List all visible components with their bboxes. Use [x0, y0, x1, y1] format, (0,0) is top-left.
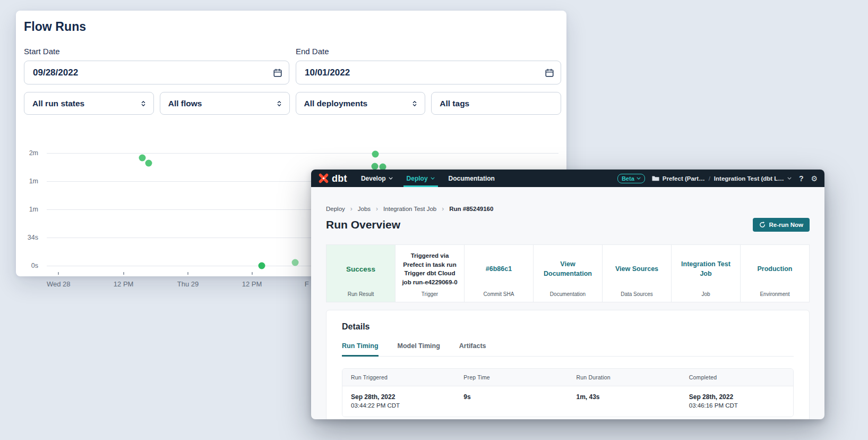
table-cell-run-duration: 1m, 43s — [568, 386, 681, 417]
status-card-caption: Documentation — [534, 291, 602, 297]
chevron-down-icon — [389, 177, 393, 180]
breadcrumb-item-run-85249160: Run #85249160 — [449, 206, 493, 212]
status-card-value[interactable]: Integration Test Job — [677, 259, 735, 278]
flow-run-point[interactable] — [371, 163, 378, 170]
breadcrumb-item-jobs[interactable]: Jobs — [358, 206, 371, 212]
filter-select-all-deployments[interactable]: All deployments — [296, 92, 426, 115]
dbt-top-navbar: dbt DevelopDeployDocumentation Beta Pref… — [311, 170, 824, 187]
flow-run-point[interactable] — [372, 150, 379, 157]
y-axis-label: 1m — [29, 206, 38, 213]
status-card-data-sources[interactable]: View SourcesData Sources — [602, 245, 671, 302]
table-cell-main: Sep 28th, 2022 — [351, 393, 446, 401]
status-card-commit-sha[interactable]: #6b86c1Commit SHA — [464, 245, 533, 302]
table-cell-sub: 03:44:22 PM CDT — [351, 402, 446, 409]
filter-select-all-flows[interactable]: All flows — [160, 92, 290, 115]
x-axis-label: Thu 29 — [177, 280, 199, 288]
y-axis-label: 2m — [29, 149, 38, 157]
chevron-right-icon: › — [350, 205, 353, 213]
tab-artifacts[interactable]: Artifacts — [459, 342, 486, 356]
tab-model-timing[interactable]: Model Timing — [398, 342, 440, 356]
table-cell-main: 1m, 43s — [577, 393, 672, 401]
refresh-icon — [759, 222, 766, 228]
end-date-group: End Date — [296, 47, 561, 84]
breadcrumb-item-integration-test-job[interactable]: Integration Test Job — [383, 206, 436, 212]
start-date-input[interactable] — [24, 61, 289, 84]
status-card-value[interactable]: #6b86c1 — [486, 264, 512, 274]
table-cell-main: Sep 28th, 2022 — [689, 393, 785, 401]
chevron-up-down-icon — [411, 100, 418, 107]
filter-select-label: All tags — [440, 99, 469, 108]
flow-run-point[interactable] — [145, 160, 152, 167]
status-card-caption: Job — [672, 291, 740, 297]
status-card-value[interactable]: View Documentation — [539, 259, 597, 278]
filters-row: All run statesAll flowsAll deploymentsAl… — [24, 92, 561, 115]
dbt-logo[interactable]: dbt — [318, 173, 347, 184]
end-date-input[interactable] — [296, 61, 561, 84]
chevron-down-icon — [787, 177, 792, 180]
column-header-completed: Completed — [681, 369, 793, 386]
column-header-run-duration: Run Duration — [568, 369, 681, 386]
flow-runs-title: Flow Runs — [24, 20, 561, 34]
table-cell-completed: Sep 28th, 202203:46:16 PM CDT — [681, 386, 793, 417]
calendar-icon[interactable] — [545, 68, 554, 78]
x-axis-label: F — [305, 280, 309, 288]
help-icon[interactable]: ? — [798, 174, 804, 183]
dbt-nav-menus: DevelopDeployDocumentation — [361, 170, 495, 187]
status-card-value[interactable]: View Sources — [615, 264, 658, 274]
chevron-up-down-icon — [276, 100, 283, 107]
x-axis-tick — [123, 272, 124, 275]
tab-run-timing[interactable]: Run Timing — [342, 342, 379, 357]
filter-select-all-tags[interactable]: All tags — [431, 92, 561, 115]
beta-dropdown[interactable]: Beta — [617, 174, 645, 183]
status-card-value[interactable]: Production — [758, 264, 793, 274]
breadcrumb-item-deploy[interactable]: Deploy — [326, 206, 345, 212]
status-card-caption: Data Sources — [603, 291, 671, 297]
column-header-prep-time: Prep Time — [455, 369, 568, 386]
filter-select-all-run-states[interactable]: All run states — [24, 92, 154, 115]
settings-gear-icon[interactable]: ⚙ — [811, 175, 818, 182]
flow-run-point[interactable] — [139, 154, 146, 161]
folder-icon — [652, 175, 659, 181]
rerun-now-button[interactable]: Re-run Now — [753, 218, 810, 232]
start-date-label: Start Date — [24, 47, 289, 56]
details-title: Details — [342, 322, 794, 332]
flow-run-point[interactable] — [291, 259, 298, 266]
chevron-up-down-icon — [140, 100, 147, 107]
status-card-documentation[interactable]: View DocumentationDocumentation — [533, 245, 602, 302]
filter-select-label: All flows — [168, 99, 202, 108]
x-axis-label: Wed 28 — [47, 280, 71, 288]
column-header-run-triggered: Run Triggered — [342, 369, 455, 386]
nav-menu-develop[interactable]: Develop — [361, 170, 393, 187]
dbt-logo-icon — [318, 173, 329, 184]
details-card: Details Run TimingModel TimingArtifacts … — [326, 310, 810, 419]
filter-select-label: All deployments — [304, 99, 368, 108]
chart-y-axis: 2m1m1m34s0s — [16, 153, 41, 266]
status-card-trigger: Triggered via Prefect in task run Trigge… — [395, 245, 464, 302]
dbt-logo-text: dbt — [332, 174, 347, 183]
chevron-down-icon — [637, 177, 641, 180]
status-card-job[interactable]: Integration Test JobJob — [671, 245, 740, 302]
status-card-caption: Run Result — [326, 291, 395, 297]
nav-menu-label: Deploy — [407, 175, 428, 182]
flow-run-point[interactable] — [258, 263, 265, 269]
project-name: Prefect (Part… — [663, 175, 705, 182]
table-row: Sep 28th, 202203:44:22 PM CDT9s1m, 43sSe… — [342, 386, 793, 417]
nav-menu-deploy[interactable]: Deploy — [407, 170, 435, 187]
project-breadcrumb[interactable]: Prefect (Part… / Integration Test (dbt L… — [652, 175, 792, 182]
environment-name: Integration Test (dbt L… — [714, 175, 784, 182]
chevron-right-icon: › — [442, 205, 444, 213]
filter-select-label: All run states — [32, 99, 84, 108]
start-date-group: Start Date — [24, 47, 289, 84]
run-status-strip: SuccessRun ResultTriggered via Prefect i… — [326, 244, 810, 302]
x-axis-tick — [252, 272, 253, 275]
status-card-value: Triggered via Prefect in task run Trigge… — [401, 251, 459, 287]
status-card-caption: Commit SHA — [465, 291, 533, 297]
table-cell-sub: 03:46:16 PM CDT — [689, 402, 785, 409]
x-axis-label: 12 PM — [242, 280, 262, 288]
calendar-icon[interactable] — [273, 68, 282, 78]
table-cell-prep-time: 9s — [455, 386, 568, 417]
y-axis-label: 0s — [31, 262, 38, 269]
status-card-caption: Trigger — [396, 291, 464, 297]
nav-menu-documentation[interactable]: Documentation — [449, 170, 495, 187]
status-card-environment[interactable]: ProductionEnvironment — [740, 245, 809, 302]
